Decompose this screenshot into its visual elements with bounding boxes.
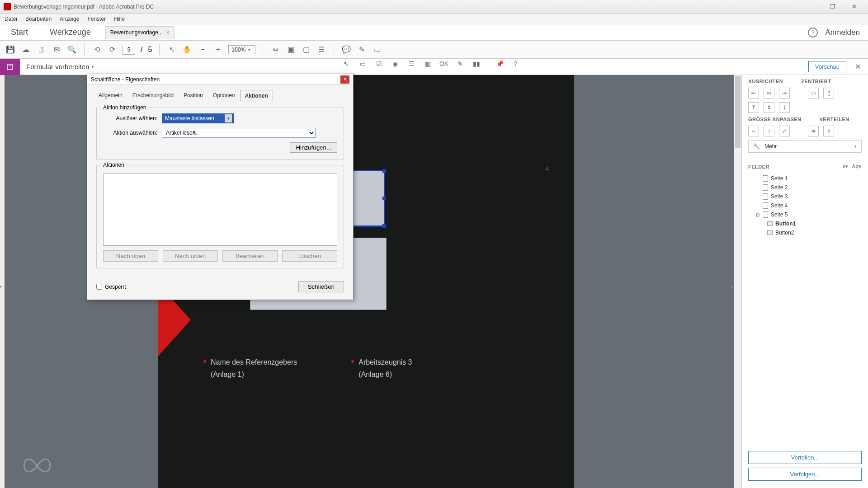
- tab-options[interactable]: Optionen: [208, 89, 240, 101]
- signin-link[interactable]: Anmelden: [825, 28, 860, 37]
- resize-handle[interactable]: [382, 169, 386, 173]
- tree-page-node[interactable]: Seite 2: [746, 183, 863, 192]
- move-up-button[interactable]: Nach oben: [103, 250, 158, 262]
- tab-actions[interactable]: Aktionen: [240, 90, 273, 102]
- tab-position[interactable]: Position: [179, 89, 208, 101]
- fit-page-icon[interactable]: ▣: [286, 45, 296, 55]
- more-dropdown[interactable]: 🔧 Mehr: [748, 140, 862, 153]
- resize-handle[interactable]: [382, 224, 386, 228]
- vertical-scrollbar[interactable]: [734, 75, 741, 488]
- tab-home[interactable]: Start: [0, 24, 39, 40]
- print-icon[interactable]: 🖨: [36, 45, 46, 55]
- resize-handle[interactable]: [382, 197, 386, 200]
- tree-page-node[interactable]: Seite 4: [746, 201, 863, 210]
- tab-document-close[interactable]: ×: [166, 29, 170, 36]
- highlight-icon[interactable]: ✎: [357, 45, 367, 55]
- collapse-icon[interactable]: ⊟: [755, 212, 760, 217]
- trigger-select[interactable]: Maustaste loslassen: [162, 113, 234, 123]
- search-icon[interactable]: 🔍: [67, 45, 77, 55]
- close-form-tool-button[interactable]: ✕: [853, 62, 863, 72]
- menu-edit[interactable]: Bearbeiten: [25, 16, 52, 22]
- tab-tools[interactable]: Werkzeuge: [39, 24, 102, 40]
- center-h-icon[interactable]: ▭: [808, 88, 819, 99]
- help-icon[interactable]: ?: [808, 28, 818, 38]
- menu-help[interactable]: Hilfe: [114, 16, 125, 22]
- hand-icon[interactable]: ✋: [182, 45, 192, 55]
- add-action-button[interactable]: Hinzufügen...: [290, 142, 337, 153]
- action-select[interactable]: Artikel lesen: [162, 128, 316, 138]
- page-up-icon[interactable]: ⟲: [92, 45, 102, 55]
- pointer-icon[interactable]: ↖: [167, 45, 177, 55]
- actions-listbox[interactable]: [103, 174, 337, 246]
- window-maximize-button[interactable]: ❐: [822, 1, 843, 12]
- window-close-button[interactable]: ✕: [844, 1, 864, 12]
- cloud-icon[interactable]: ☁: [21, 45, 31, 55]
- align-top-icon[interactable]: ⤒: [748, 102, 759, 113]
- fit-width-icon[interactable]: ⇔: [270, 45, 280, 55]
- checkbox-field-icon[interactable]: ☑: [374, 59, 384, 69]
- pin-icon[interactable]: 📌: [495, 59, 505, 69]
- expand-right-icon[interactable]: ◂: [730, 283, 733, 290]
- button-field-icon[interactable]: OK: [439, 59, 449, 69]
- tree-page-node[interactable]: Seite 3: [746, 192, 863, 201]
- edit-action-button[interactable]: Bearbeiten: [222, 250, 278, 262]
- dialog-close-button[interactable]: ✕: [340, 75, 349, 84]
- tree-field-node[interactable]: Button2: [746, 228, 863, 237]
- list-field-icon[interactable]: ☰: [406, 59, 416, 69]
- tab-appearance[interactable]: Erscheinungsbild: [127, 89, 179, 101]
- move-down-button[interactable]: Nach unten: [163, 250, 218, 262]
- tab-general[interactable]: Allgemein: [94, 89, 127, 101]
- dropdown-field-icon[interactable]: ▥: [423, 59, 433, 69]
- window-minimize-button[interactable]: —: [801, 1, 822, 12]
- distribute-v-icon[interactable]: ⇳: [823, 126, 834, 136]
- sign-icon[interactable]: ▭: [372, 45, 382, 55]
- distribute-h-icon[interactable]: ⇹: [808, 126, 819, 136]
- zoom-in-icon[interactable]: +: [213, 45, 223, 55]
- comment-icon[interactable]: 💬: [341, 45, 351, 55]
- rotate-icon[interactable]: ▢: [301, 45, 311, 55]
- menu-view[interactable]: Anzeige: [60, 16, 79, 22]
- close-dialog-button[interactable]: Schließen: [298, 281, 344, 292]
- preview-button[interactable]: Vorschau: [808, 61, 846, 72]
- tree-field-node[interactable]: Button1: [746, 219, 863, 228]
- tab-document[interactable]: Bewerbungsvorlage... ×: [105, 26, 175, 39]
- sort-alpha-icon[interactable]: Aᴢ▾: [852, 164, 862, 169]
- tree-page-node[interactable]: ⊟Seite 5: [746, 210, 863, 219]
- align-right-icon[interactable]: ⇥: [779, 88, 790, 99]
- align-bottom-icon[interactable]: ⤓: [779, 102, 790, 113]
- distribute-button[interactable]: Verteilen...: [748, 451, 862, 464]
- expand-left-icon[interactable]: ▸: [0, 283, 2, 290]
- delete-action-button[interactable]: Löschen: [282, 250, 337, 262]
- match-height-icon[interactable]: ↕: [764, 126, 774, 136]
- dialog-titlebar[interactable]: Schaltfläche - Eigenschaften ✕: [87, 74, 353, 85]
- text-field-icon[interactable]: ▭: [358, 59, 368, 69]
- align-center-h-icon[interactable]: ⇔: [764, 88, 774, 99]
- form-tool-icon[interactable]: [0, 59, 20, 75]
- menu-window[interactable]: Fenster: [87, 16, 106, 22]
- menu-file[interactable]: Datei: [5, 16, 17, 22]
- form-prepare-dropdown[interactable]: Formular vorbereiten: [20, 63, 100, 70]
- center-v-icon[interactable]: ▯: [823, 88, 834, 99]
- select-tool-icon[interactable]: ↖: [341, 59, 351, 69]
- form-help-icon[interactable]: ?: [511, 59, 521, 69]
- locked-checkbox[interactable]: Gesperrt: [96, 284, 126, 290]
- page-number-input[interactable]: [123, 45, 135, 55]
- align-left-icon[interactable]: ⇤: [748, 88, 759, 99]
- radio-field-icon[interactable]: ◉: [390, 59, 400, 69]
- align-middle-icon[interactable]: ⇕: [764, 102, 774, 113]
- locked-checkbox-input[interactable]: [96, 284, 102, 290]
- zoom-dropdown[interactable]: 100%: [228, 45, 255, 54]
- scrollbar-thumb[interactable]: [735, 76, 741, 148]
- ruler-icon[interactable]: ☰: [316, 45, 326, 55]
- page-down-icon[interactable]: ⟳: [107, 45, 117, 55]
- zoom-out-icon[interactable]: −: [198, 45, 208, 55]
- save-icon[interactable]: 💾: [5, 45, 15, 55]
- match-both-icon[interactable]: ⤢: [779, 126, 790, 136]
- track-button[interactable]: Verfolgen...: [748, 468, 862, 481]
- tree-page-node[interactable]: Seite 1: [746, 174, 863, 183]
- signature-field-icon[interactable]: ✎: [455, 59, 465, 69]
- match-width-icon[interactable]: ↔: [748, 126, 759, 136]
- mail-icon[interactable]: ✉: [52, 45, 61, 55]
- sort-icon[interactable]: ≡▾: [842, 164, 848, 169]
- barcode-field-icon[interactable]: ▮▮: [472, 59, 481, 69]
